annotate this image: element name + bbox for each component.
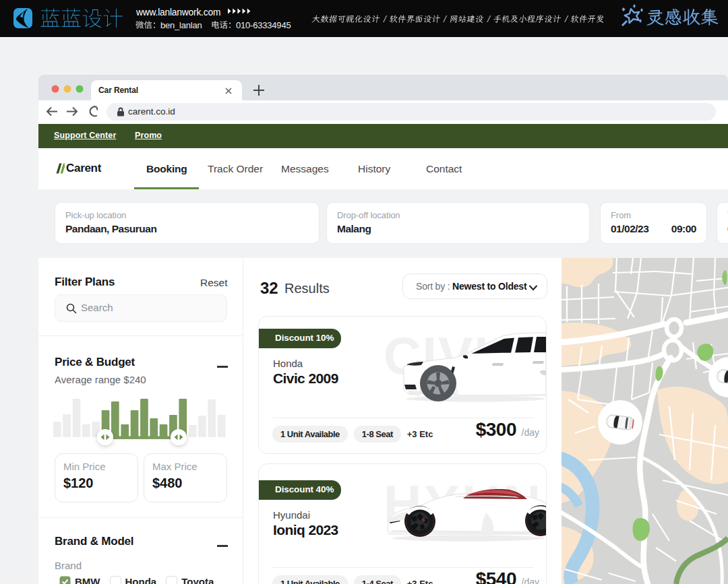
svg-text:/: / — [383, 14, 387, 24]
svg-text:/: / — [443, 14, 447, 24]
svg-text:ben_lanlan: ben_lanlan — [160, 20, 202, 30]
svg-text:/: / — [564, 14, 568, 24]
svg-text:www.lanlanwork.com: www.lanlanwork.com — [135, 7, 220, 18]
svg-text:/: / — [487, 14, 491, 24]
svg-text:010-63334945: 010-63334945 — [236, 20, 291, 30]
